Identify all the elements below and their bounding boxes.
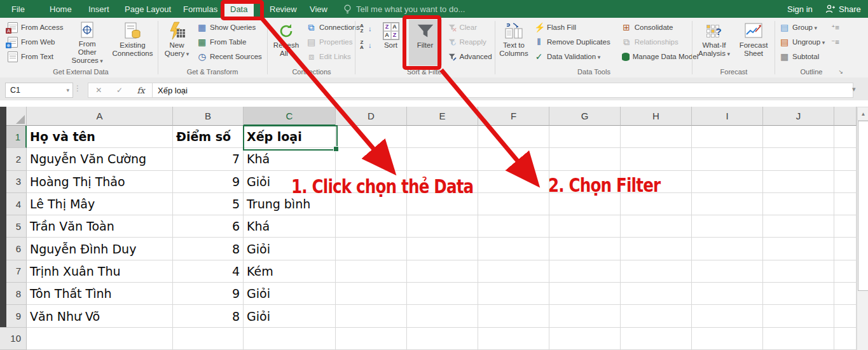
cell[interactable]	[763, 126, 834, 148]
cell[interactable]	[478, 193, 549, 215]
cell[interactable]	[407, 238, 478, 260]
cell-A2[interactable]: Nguyễn Văn Cường	[27, 148, 173, 170]
row-header-10[interactable]: 10	[0, 328, 27, 350]
column-header-B[interactable]: B	[173, 107, 244, 126]
cell[interactable]	[336, 148, 407, 170]
relationships-button[interactable]: ⧉ Relationships	[619, 35, 701, 49]
cell[interactable]	[478, 171, 549, 193]
cell[interactable]	[478, 238, 549, 260]
cell[interactable]	[834, 126, 857, 148]
cell-B10[interactable]	[173, 328, 244, 350]
cell-A8[interactable]: Tôn Thất Tình	[27, 283, 173, 305]
cell-B1[interactable]: Điểm số	[173, 126, 244, 148]
cell[interactable]	[621, 283, 692, 305]
scroll-up-arrow-icon[interactable]: ▲	[857, 107, 868, 121]
menu-tab-home[interactable]: Home	[43, 0, 78, 18]
column-header-G[interactable]: G	[549, 107, 621, 126]
manage-data-model-button[interactable]: Manage Data Model	[619, 50, 701, 64]
column-header-A[interactable]: A	[27, 107, 173, 126]
existing-connections-button[interactable]: Existing Connections	[109, 20, 156, 65]
fill-handle[interactable]	[333, 146, 339, 152]
cell[interactable]	[692, 328, 763, 350]
cell[interactable]	[763, 193, 834, 215]
cell[interactable]	[834, 148, 857, 170]
cell-B5[interactable]: 6	[173, 215, 244, 238]
cell[interactable]	[407, 260, 478, 283]
cell[interactable]	[834, 215, 857, 238]
advanced-filter-button[interactable]: Advanced	[446, 50, 495, 64]
clear-filter-button[interactable]: Clear	[446, 20, 495, 34]
column-header-partial[interactable]	[834, 107, 857, 126]
cell[interactable]	[763, 238, 834, 260]
cell-A1[interactable]: Họ và tên	[27, 126, 173, 148]
cell[interactable]	[336, 126, 407, 148]
cell[interactable]	[692, 171, 763, 193]
show-queries-button[interactable]: ▦ Show Queries	[195, 20, 265, 34]
cell[interactable]	[621, 148, 692, 170]
cell[interactable]	[549, 328, 621, 350]
cell[interactable]	[407, 328, 478, 350]
cell[interactable]	[763, 215, 834, 238]
cell[interactable]	[834, 238, 857, 260]
cell[interactable]	[549, 260, 621, 283]
cell[interactable]	[621, 193, 692, 215]
cell[interactable]	[478, 148, 549, 170]
cell[interactable]	[478, 283, 549, 305]
cell-A10[interactable]	[27, 328, 173, 350]
column-header-D[interactable]: D	[336, 107, 407, 126]
cell[interactable]	[621, 328, 692, 350]
formula-input[interactable]: Xếp loại	[152, 83, 853, 98]
cell-C8[interactable]: Giỏi	[244, 283, 336, 305]
cell[interactable]	[549, 126, 621, 148]
forecast-sheet-button[interactable]: Forecast Sheet	[735, 20, 772, 65]
cell[interactable]	[692, 126, 763, 148]
expand-formula-bar-icon[interactable]: ▾	[852, 85, 856, 93]
cell[interactable]	[549, 283, 621, 305]
cell[interactable]	[763, 283, 834, 305]
what-if-analysis-button[interactable]: ? What-If Analysis	[694, 20, 734, 65]
cell[interactable]	[478, 260, 549, 283]
cell-B8[interactable]: 9	[173, 283, 244, 305]
cell-C9[interactable]: Giỏi	[244, 305, 336, 327]
cell[interactable]	[692, 283, 763, 305]
cell-A9[interactable]: Văn Như Võ	[27, 305, 173, 327]
cancel-entry-icon[interactable]: ✕	[92, 85, 106, 95]
name-box-dropdown-icon[interactable]: ▾	[66, 87, 72, 93]
menu-tab-view[interactable]: View	[303, 0, 334, 18]
from-text-button[interactable]: From Text	[5, 50, 65, 64]
ungroup-button[interactable]: ▤ Ungroup	[777, 35, 827, 49]
column-header-I[interactable]: I	[692, 107, 763, 126]
from-web-button[interactable]: ⊕ From Web	[5, 35, 65, 49]
group-button[interactable]: ▤ Group	[777, 20, 827, 34]
filter-button[interactable]: Filter	[409, 20, 442, 65]
cell[interactable]	[549, 238, 621, 260]
reapply-filter-button[interactable]: Reapply	[446, 35, 495, 49]
cell-B7[interactable]: 4	[173, 260, 244, 283]
menu-tab-formulas[interactable]: Formulas	[177, 0, 224, 18]
subtotal-button[interactable]: ▦ Subtotal	[777, 50, 827, 64]
cell[interactable]	[692, 238, 763, 260]
cell[interactable]	[336, 283, 407, 305]
column-header-C[interactable]: C	[244, 107, 336, 126]
sort-descending-button[interactable]: ZA↓	[357, 38, 373, 52]
vertical-scrollbar[interactable]: ▲	[857, 107, 868, 350]
cell[interactable]	[834, 260, 857, 283]
cell[interactable]	[478, 305, 549, 327]
flash-fill-button[interactable]: ⚡ Flash Fill	[532, 20, 613, 34]
cell[interactable]	[763, 148, 834, 170]
cell-B9[interactable]: 8	[173, 305, 244, 327]
cell[interactable]	[621, 215, 692, 238]
cell[interactable]	[549, 148, 621, 170]
cell[interactable]	[621, 126, 692, 148]
cell[interactable]	[336, 260, 407, 283]
recent-sources-button[interactable]: ◷ Recent Sources	[195, 50, 265, 64]
cell[interactable]	[407, 126, 478, 148]
cell[interactable]	[549, 215, 621, 238]
column-header-E[interactable]: E	[407, 107, 478, 126]
cell[interactable]	[834, 328, 857, 350]
hide-detail-button[interactable]: ⁻≡	[830, 35, 841, 49]
menu-tab-data[interactable]: Data	[224, 0, 254, 18]
cell[interactable]	[549, 193, 621, 215]
from-table-button[interactable]: ▦ From Table	[195, 35, 265, 49]
properties-button[interactable]: ▤ Properties	[304, 35, 362, 49]
